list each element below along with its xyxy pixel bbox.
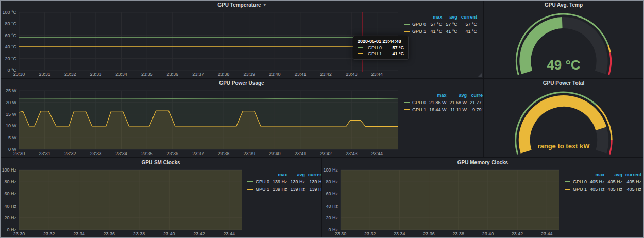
y-axis-label: 40 Hz — [326, 203, 338, 209]
tooltip-series-value: 41 °C — [387, 51, 404, 56]
gpu-temperature-legend: maxavgcurrentGPU 057 °C57 °C57 °CGPU 141… — [402, 9, 483, 78]
legend-series-gpu-1[interactable]: GPU 1 — [402, 106, 428, 113]
x-axis-label: 23:36 — [104, 231, 115, 236]
legend-corner — [246, 171, 271, 178]
y-axis-label: 80 Hz — [326, 179, 338, 184]
legend-header-current[interactable]: current — [307, 171, 321, 178]
legend-header-max[interactable]: max — [271, 171, 289, 178]
legend-value: 21.68 W — [448, 99, 469, 106]
x-axis-label: 23:36 — [167, 151, 179, 156]
gauge-power-svg: range to text kW — [484, 87, 643, 157]
x-axis-label: 23:39 — [243, 72, 255, 77]
gpu-memory-clocks-body: 0 Hz20 Hz40 Hz60 Hz80 Hz100 Hz23:3023:32… — [322, 166, 643, 237]
x-axis-label: 23:33 — [90, 151, 102, 156]
sm-plot: 0 Hz20 Hz40 Hz60 Hz80 Hz100 Hz23:3023:32… — [1, 166, 246, 237]
gauge-threshold-segment — [609, 140, 612, 154]
legend-header-max[interactable]: max — [428, 92, 448, 99]
x-axis-label: 23:31 — [39, 151, 50, 156]
gpu-temperature-chart[interactable]: 0 °C20 °C40 °C60 °C80 °C100 °C23:3023:31… — [1, 9, 402, 78]
legend-header-current[interactable]: current — [624, 171, 643, 178]
y-axis-label: 80 Hz — [4, 179, 16, 184]
legend-value: 21.86 W — [428, 99, 448, 106]
legend-row: GPU 1139 Hz139 Hz139 Hz — [246, 185, 321, 193]
gpu-sm-clocks-chart[interactable]: 0 Hz20 Hz40 Hz60 Hz80 Hz100 Hz23:3023:32… — [1, 166, 246, 237]
legend-header-max[interactable]: max — [588, 171, 606, 178]
legend-value: 405 Hz — [606, 178, 624, 185]
x-axis-label: 23:36 — [423, 231, 435, 236]
gpu-temperature-legend-table: maxavgcurrentGPU 057 °C57 °C57 °CGPU 141… — [402, 13, 479, 35]
x-axis-label: 23:40 — [269, 151, 281, 156]
x-axis-label: 23:38 — [452, 231, 464, 236]
legend-series-gpu-1[interactable]: GPU 1 — [246, 185, 271, 193]
legend-series-gpu-1[interactable]: GPU 1 — [563, 185, 588, 193]
panel-title-gpu-power-total[interactable]: GPU Power Total — [484, 79, 643, 87]
legend-series-gpu-1[interactable]: GPU 1 — [402, 28, 429, 35]
y-axis-label: 40 Hz — [4, 203, 16, 209]
legend-series-gpu-0[interactable]: GPU 0 — [402, 99, 428, 106]
legend-header-avg[interactable]: avg — [606, 171, 624, 178]
chart-tooltip: 2020-05-01 23:44:48GPU 0:57 °CGPU 1:41 °… — [353, 36, 409, 60]
panel-gpu-temperature: GPU Temperature ▾ 0 °C20 °C40 °C60 °C80 … — [1, 1, 483, 78]
y-axis-label: 80 °C — [5, 21, 16, 26]
legend-series-gpu-0[interactable]: GPU 0 — [563, 178, 588, 185]
legend-header-max[interactable]: max — [429, 13, 444, 21]
x-axis-label: 23:41 — [295, 151, 307, 156]
legend-value: 57 °C — [444, 21, 459, 28]
series-swatch-icon — [404, 24, 410, 25]
dashboard-row-1: GPU Temperature ▾ 0 °C20 °C40 °C60 °C80 … — [1, 1, 643, 78]
series-swatch-icon — [358, 53, 363, 54]
legend-value: 139 Hz — [271, 178, 289, 185]
panel-title-gpu-avg-temp[interactable]: GPU Avg. Temp — [484, 1, 643, 9]
legend-value: 405 Hz — [588, 185, 606, 193]
series-fill — [19, 166, 242, 230]
gpu-sm-clocks-legend-table: maxavgcurrentGPU 0139 Hz139 Hz139 HzGPU … — [246, 171, 321, 193]
x-axis-label: 23:44 — [224, 231, 235, 236]
panel-resize-handle[interactable] — [478, 73, 482, 77]
legend-value: 139 Hz — [307, 185, 321, 193]
legend-header-avg[interactable]: avg — [448, 92, 469, 99]
x-axis-label: 23:44 — [371, 72, 383, 77]
x-axis-label: 23:38 — [218, 72, 230, 77]
panel-title-text: GPU Avg. Temp — [545, 2, 583, 8]
legend-value: 41 °C — [444, 28, 459, 35]
series-swatch-icon — [404, 102, 410, 103]
gpu-power-usage-chart[interactable]: 0 W5 W10 W15 W20 W25 W23:3023:3123:3223:… — [1, 87, 402, 157]
legend-value: 9.79 W — [468, 106, 483, 113]
panel-gpu-memory-clocks: GPU Memory Clocks 0 Hz20 Hz40 Hz60 Hz80 … — [322, 158, 643, 237]
legend-header-current[interactable]: current — [468, 92, 483, 99]
panel-title-gpu-sm-clocks[interactable]: GPU SM Clocks — [1, 158, 321, 166]
legend-row: GPU 0405 Hz405 Hz405 Hz — [563, 178, 643, 185]
panel-gpu-power-usage: GPU Power Usage 0 W5 W10 W15 W20 W25 W23… — [1, 79, 483, 157]
legend-corner — [563, 171, 588, 178]
gpu-avg-temp-gauge: 49 °C — [484, 9, 643, 78]
x-axis-label: 23:32 — [64, 151, 76, 156]
x-axis-label: 23:39 — [243, 151, 255, 156]
y-axis-label: 25 W — [6, 88, 17, 93]
x-axis-label: 23:38 — [133, 231, 145, 236]
x-axis-label: 23:44 — [371, 151, 383, 156]
x-axis-label: 23:30 — [13, 72, 25, 77]
gpu-sm-clocks-body: 0 Hz20 Hz40 Hz60 Hz80 Hz100 Hz23:3023:32… — [1, 166, 321, 237]
legend-value: 41 °C — [429, 28, 444, 35]
y-axis-label: 20 W — [6, 100, 17, 105]
x-axis-label: 23:34 — [394, 231, 405, 236]
x-axis-label: 23:43 — [346, 151, 358, 156]
legend-header-avg[interactable]: avg — [289, 171, 307, 178]
legend-series-gpu-0[interactable]: GPU 0 — [402, 21, 429, 28]
x-axis-label: 23:31 — [39, 72, 50, 77]
y-axis-label: 10 W — [6, 123, 17, 128]
series-swatch-icon — [565, 189, 570, 190]
legend-value: 139 Hz — [289, 185, 307, 193]
mem-plot: 0 Hz20 Hz40 Hz60 Hz80 Hz100 Hz23:3023:32… — [322, 166, 563, 237]
series-fill — [341, 166, 559, 230]
panel-title-gpu-temperature[interactable]: GPU Temperature ▾ — [1, 1, 483, 9]
legend-value: 16.44 W — [428, 106, 448, 113]
legend-series-gpu-0[interactable]: GPU 0 — [246, 178, 271, 185]
panel-title-gpu-memory-clocks[interactable]: GPU Memory Clocks — [322, 158, 643, 166]
legend-header-avg[interactable]: avg — [444, 13, 459, 21]
x-axis-label: 23:34 — [115, 151, 127, 156]
y-axis-label: 15 W — [6, 112, 17, 117]
panel-title-gpu-power-usage[interactable]: GPU Power Usage — [1, 79, 483, 87]
legend-header-current[interactable]: current — [459, 13, 479, 21]
gpu-memory-clocks-chart[interactable]: 0 Hz20 Hz40 Hz60 Hz80 Hz100 Hz23:3023:32… — [322, 166, 563, 237]
